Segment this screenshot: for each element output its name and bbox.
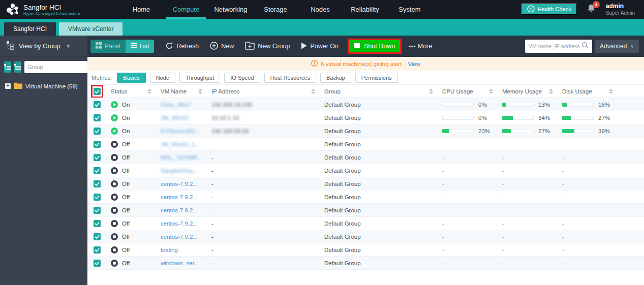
table-row[interactable]: Off SangforClou... - Default Group - - - bbox=[87, 164, 644, 177]
cpu-usage-cell: - bbox=[438, 217, 498, 230]
vm-name-link[interactable]: centos-7.9.2... bbox=[161, 194, 198, 200]
search-icon[interactable] bbox=[581, 42, 589, 51]
health-check-button[interactable]: Health Check bbox=[521, 3, 577, 15]
table-row[interactable]: On Chris_Win7 192.200.19.100 Default Gro… bbox=[87, 98, 644, 111]
table-row[interactable]: Off MSL_TE/DMF... - Default Group - - - bbox=[87, 151, 644, 164]
table-row[interactable]: Off centos-7.9.2... - Default Group - - … bbox=[87, 177, 644, 191]
refresh-label: Refresh bbox=[176, 43, 199, 50]
topnav-item-home[interactable]: Home bbox=[119, 0, 164, 19]
column-header-ip[interactable]: IP Address bbox=[207, 85, 320, 98]
memory-usage-cell: - bbox=[498, 177, 558, 190]
vm-name-link[interactable]: SangforClou... bbox=[161, 168, 198, 174]
sort-icon[interactable] bbox=[147, 89, 152, 94]
expand-tree-button[interactable] bbox=[4, 61, 11, 73]
column-header-disk[interactable]: Disk Usage bbox=[558, 85, 618, 98]
vm-name-link[interactable]: JM_Win10 bbox=[161, 115, 188, 121]
vm-name-link[interactable]: centos-7.9.2... bbox=[161, 181, 198, 187]
new-vm-button[interactable]: New bbox=[210, 42, 234, 51]
table-row[interactable]: On JM_Win10 10.10.1.10 Default Group 0% … bbox=[87, 111, 644, 124]
memory-usage-empty: - bbox=[502, 220, 504, 227]
row-checkbox[interactable] bbox=[94, 220, 101, 227]
vm-name-link[interactable]: KYServer201... bbox=[161, 128, 200, 134]
topnav-item-networking[interactable]: Networking bbox=[208, 0, 253, 19]
new-group-button[interactable]: New Group bbox=[245, 42, 290, 51]
row-checkbox[interactable] bbox=[94, 260, 101, 267]
table-row[interactable]: Off centos-7.9.2... - Default Group - - … bbox=[87, 217, 644, 230]
row-checkbox[interactable] bbox=[94, 180, 101, 187]
alert-view-link[interactable]: View bbox=[408, 61, 420, 67]
select-all-checkbox[interactable] bbox=[94, 88, 101, 95]
row-checkbox[interactable] bbox=[94, 167, 101, 174]
power-on-status-icon bbox=[111, 128, 118, 135]
sort-icon[interactable] bbox=[429, 89, 434, 94]
row-checkbox[interactable] bbox=[94, 246, 101, 254]
vm-name-link[interactable]: Chris_Win7 bbox=[161, 102, 191, 108]
topnav-item-system[interactable]: System bbox=[387, 0, 432, 19]
shut-down-button[interactable]: Shut Down bbox=[349, 40, 400, 52]
row-checkbox[interactable] bbox=[94, 154, 101, 161]
vm-search-input[interactable] bbox=[529, 43, 581, 49]
topnav-item-reliability[interactable]: Reliability bbox=[343, 0, 387, 19]
column-header-group[interactable]: Group bbox=[320, 85, 438, 98]
row-checkbox[interactable] bbox=[94, 233, 101, 240]
metrics-label: Metrics: bbox=[91, 75, 112, 81]
more-button[interactable]: ••• More bbox=[409, 43, 432, 50]
list-view-button[interactable]: List bbox=[126, 40, 155, 53]
panel-view-button[interactable]: Panel bbox=[90, 40, 126, 53]
vm-name-link[interactable]: texting bbox=[161, 247, 178, 253]
topnav-item-nodes[interactable]: Nodes bbox=[298, 0, 343, 19]
table-row[interactable]: Off centos-7.9.2... - Default Group - - … bbox=[87, 230, 644, 243]
view-by-group-dropdown[interactable]: View by Group ▼ bbox=[0, 36, 87, 57]
notifications-bell[interactable]: 4 bbox=[587, 4, 597, 15]
row-checkbox[interactable] bbox=[94, 128, 101, 135]
vm-name-link[interactable]: centos-7.9.2... bbox=[161, 207, 198, 213]
metrics-tab-host-resources[interactable]: Host Resources bbox=[264, 73, 316, 83]
folder-icon bbox=[14, 82, 22, 90]
vm-ip: - bbox=[211, 194, 213, 200]
table-row[interactable]: Off windows_ser... - Default Group - - - bbox=[87, 257, 644, 270]
row-checkbox[interactable] bbox=[94, 101, 101, 108]
tab-vmware-vcenter[interactable]: VMware vCenter bbox=[59, 22, 122, 36]
metrics-tab-basics[interactable]: Basics bbox=[117, 73, 145, 83]
sort-icon[interactable] bbox=[311, 89, 316, 94]
table-row[interactable]: On KYServer201... 192.100.55.55 Default … bbox=[87, 124, 644, 138]
topnav-item-storage[interactable]: Storage bbox=[253, 0, 298, 19]
vm-name-link[interactable]: JM_Win10_1... bbox=[161, 141, 200, 147]
sort-icon[interactable] bbox=[609, 89, 614, 94]
row-checkbox[interactable] bbox=[94, 114, 101, 121]
metrics-tab-throughput[interactable]: Throughput bbox=[179, 73, 220, 83]
metrics-tab-permissions[interactable]: Permissions bbox=[355, 73, 398, 83]
refresh-button[interactable]: Refresh bbox=[165, 42, 199, 51]
table-row[interactable]: Off centos-7.9.2... - Default Group - - … bbox=[87, 204, 644, 217]
metrics-tab-backup[interactable]: Backup bbox=[320, 73, 351, 83]
sort-icon[interactable] bbox=[198, 89, 203, 94]
tree-item-virtual-machine[interactable]: + Virtual Machine (59) bbox=[0, 77, 87, 95]
column-header-memory[interactable]: Memory Usage bbox=[498, 85, 558, 98]
user-menu[interactable]: admin Super Admin bbox=[606, 3, 638, 16]
column-header-cpu[interactable]: CPU Usage bbox=[438, 85, 498, 98]
vm-name-link[interactable]: centos-7.9.2... bbox=[161, 220, 198, 227]
sort-icon[interactable] bbox=[549, 89, 554, 94]
vm-name-link[interactable]: centos-7.9.2... bbox=[161, 234, 198, 240]
power-on-button[interactable]: Power On bbox=[301, 42, 339, 51]
row-checkbox[interactable] bbox=[94, 194, 101, 201]
row-checkbox[interactable] bbox=[94, 141, 101, 148]
metrics-tab-node[interactable]: Node bbox=[150, 73, 175, 83]
advanced-search-button[interactable]: Advanced ∨ bbox=[595, 40, 639, 53]
collapse-tree-button[interactable] bbox=[14, 61, 21, 73]
table-row[interactable]: Off texting - Default Group - - - bbox=[87, 243, 644, 257]
vm-name-link[interactable]: windows_ser... bbox=[161, 260, 199, 266]
memory-usage-empty: - bbox=[502, 194, 504, 200]
row-checkbox[interactable] bbox=[94, 207, 101, 214]
table-row[interactable]: Off JM_Win10_1... - Default Group - - - bbox=[87, 138, 644, 151]
metrics-tab-io-speed[interactable]: IO Speed bbox=[224, 73, 260, 83]
tab-sangfor-hci[interactable]: Sangfor HCI bbox=[4, 22, 56, 36]
vm-name-link[interactable]: MSL_TE/DMF... bbox=[161, 154, 202, 161]
table-row[interactable]: Off centos-7.9.2... - Default Group - - … bbox=[87, 191, 644, 204]
column-header-vm-name[interactable]: VM Name bbox=[157, 85, 207, 98]
column-header-status[interactable]: Status bbox=[107, 85, 157, 98]
tree-expand-icon[interactable]: + bbox=[5, 83, 11, 89]
power-state-label: Off bbox=[122, 141, 130, 147]
sort-icon[interactable] bbox=[489, 89, 494, 94]
topnav-item-compute[interactable]: Compute bbox=[164, 0, 208, 19]
